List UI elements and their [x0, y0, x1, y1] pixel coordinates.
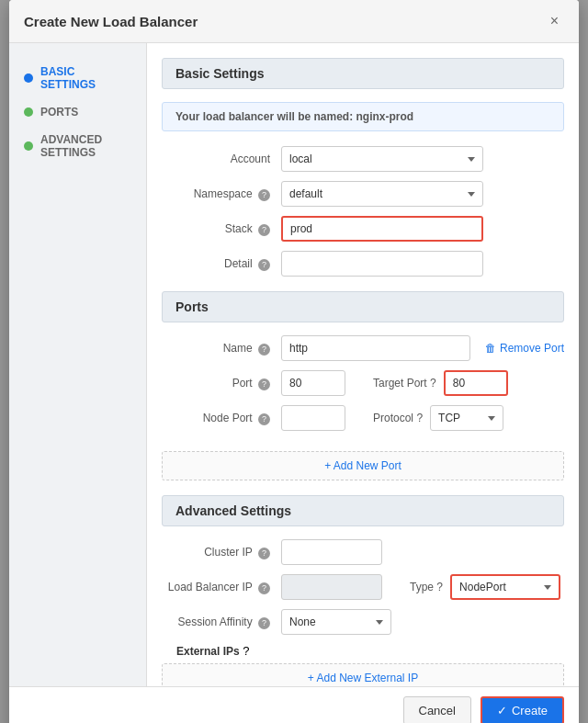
external-ips-label: External IPs [176, 645, 240, 658]
ports-title: Ports [175, 299, 209, 314]
main-content: Basic Settings Your load balancer will b… [147, 43, 579, 686]
stack-input[interactable] [281, 216, 483, 242]
port-name-label: Name ? [162, 342, 281, 356]
create-load-balancer-modal: Create New Load Balancer × BASIC SETTING… [9, 0, 579, 723]
trash-icon: 🗑 [485, 342, 496, 355]
sidebar-label-advanced-settings: ADVANCED SETTINGS [40, 133, 131, 159]
type-select[interactable]: NodePort [450, 574, 560, 600]
create-button[interactable]: ✓ Create [481, 696, 564, 723]
cluster-ip-help-icon: ? [258, 548, 270, 559]
modal-body: BASIC SETTINGS PORTS ADVANCED SETTINGS B… [9, 43, 579, 686]
ports-header: Ports [162, 291, 564, 322]
session-affinity-label: Session Affinity ? [162, 616, 281, 629]
cluster-ip-input[interactable] [281, 539, 382, 565]
port-label: Port ? [162, 377, 281, 390]
node-port-input[interactable] [281, 405, 345, 431]
modal-title: Create New Load Balancer [24, 14, 198, 29]
remove-port-label: Remove Port [500, 342, 564, 355]
sidebar-item-ports[interactable]: PORTS [9, 98, 146, 126]
cluster-ip-type-row: Cluster IP ? [162, 539, 564, 565]
add-new-port-button[interactable]: + Add New Port [162, 451, 564, 480]
port-input[interactable] [281, 370, 345, 396]
modal-footer: Cancel ✓ Create [9, 686, 579, 723]
stack-help-icon: ? [258, 224, 270, 236]
add-external-ip-label: + Add New External IP [308, 672, 418, 684]
detail-field-group: Detail ? [162, 251, 564, 277]
create-label: Create [512, 704, 548, 717]
lb-ip-input [281, 574, 382, 600]
external-ips-help-icon: ? [243, 644, 249, 658]
account-field-group: Account local [162, 146, 564, 172]
session-affinity-help-icon: ? [258, 617, 270, 629]
sidebar: BASIC SETTINGS PORTS ADVANCED SETTINGS [9, 43, 147, 686]
ports-section: Ports Name ? 🗑 Remove Port [162, 291, 564, 480]
port-name-help-icon: ? [258, 344, 270, 356]
sidebar-item-advanced-settings[interactable]: ADVANCED SETTINGS [9, 126, 146, 166]
external-ips-label-wrap: External IPs ? [176, 644, 564, 658]
port-item: Name ? 🗑 Remove Port Port ? [162, 335, 564, 431]
target-port-input[interactable] [444, 370, 508, 396]
close-button[interactable]: × [545, 11, 564, 31]
modal-header: Create New Load Balancer × [9, 0, 579, 43]
node-port-protocol-row: Node Port ? Protocol ? TCP [162, 405, 564, 431]
session-affinity-group: Session Affinity ? None [162, 609, 564, 635]
type-label: Type ? [410, 581, 443, 593]
target-port-help-icon: ? [430, 377, 436, 390]
detail-help-icon: ? [258, 259, 270, 271]
port-help-icon: ? [258, 378, 270, 390]
detail-label: Detail ? [162, 257, 281, 271]
namespace-select[interactable]: default [281, 181, 483, 207]
basic-settings-section: Basic Settings Your load balancer will b… [162, 58, 564, 277]
sidebar-label-basic-settings: BASIC SETTINGS [40, 65, 131, 91]
session-affinity-select[interactable]: None [281, 609, 391, 635]
protocol-help-icon: ? [416, 412, 423, 424]
sidebar-dot-ports [24, 107, 33, 117]
basic-settings-title: Basic Settings [175, 66, 264, 81]
lb-ip-help-icon: ? [258, 582, 270, 594]
info-banner-text: Your load balancer will be named: [175, 110, 356, 123]
lb-ip-label: Load Balancer IP ? [162, 581, 281, 594]
basic-settings-header: Basic Settings [162, 58, 564, 89]
port-name-input[interactable] [281, 335, 470, 361]
namespace-field-group: Namespace ? default [162, 181, 564, 207]
target-port-label: Target Port ? [373, 377, 436, 390]
node-port-help-icon: ? [258, 413, 270, 425]
sidebar-dot-basic-settings [24, 73, 33, 83]
add-new-port-label: + Add New Port [324, 459, 401, 472]
advanced-settings-section: Advanced Settings Cluster IP ? Load Bala… [162, 495, 564, 686]
lb-name-value: nginx-prod [356, 110, 414, 123]
protocol-select[interactable]: TCP [430, 405, 503, 431]
sidebar-dot-advanced-settings [24, 141, 33, 151]
cancel-button[interactable]: Cancel [403, 696, 471, 723]
lb-ip-type-row: Load Balancer IP ? Type ? NodePort [162, 574, 564, 600]
lb-name-banner: Your load balancer will be named: nginx-… [162, 102, 564, 131]
port-name-group: Name ? 🗑 Remove Port [162, 335, 564, 361]
namespace-help-icon: ? [258, 189, 270, 201]
create-icon: ✓ [497, 704, 507, 717]
advanced-settings-header: Advanced Settings [162, 495, 564, 526]
sidebar-label-ports: PORTS [40, 106, 78, 119]
stack-label: Stack ? [162, 222, 281, 236]
advanced-settings-title: Advanced Settings [175, 503, 291, 518]
namespace-label: Namespace ? [162, 187, 281, 201]
detail-input[interactable] [281, 251, 483, 277]
port-target-row: Port ? Target Port ? [162, 370, 564, 396]
protocol-label: Protocol ? [373, 412, 423, 424]
sidebar-item-basic-settings[interactable]: BASIC SETTINGS [9, 58, 146, 98]
account-label: Account [162, 153, 281, 165]
account-select[interactable]: local [281, 146, 483, 172]
remove-port-button[interactable]: 🗑 Remove Port [485, 342, 564, 355]
cluster-ip-label: Cluster IP ? [162, 546, 281, 559]
stack-field-group: Stack ? [162, 216, 564, 242]
node-port-label: Node Port ? [162, 412, 281, 425]
type-help-icon: ? [436, 581, 443, 593]
add-external-ip-button[interactable]: + Add New External IP [162, 663, 564, 686]
